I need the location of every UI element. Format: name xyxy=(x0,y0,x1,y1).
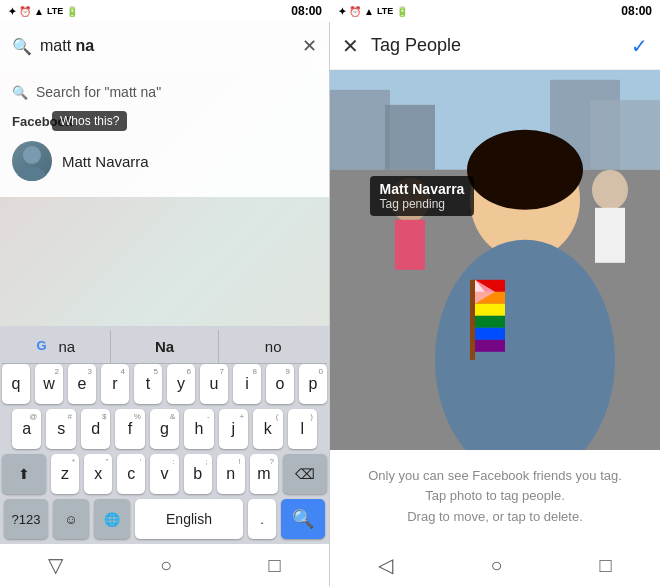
nav-bar-left: ▽ ○ □ xyxy=(0,544,329,586)
signal-icon-right: ▲ xyxy=(364,6,374,17)
key-y[interactable]: 6y xyxy=(167,364,195,404)
key-t[interactable]: 5t xyxy=(134,364,162,404)
key-w[interactable]: 2w xyxy=(35,364,63,404)
keyboard-row-2: @a #s $d %f &g -h +j (k )l xyxy=(2,409,327,449)
bluetooth-icon-right: ✦ xyxy=(338,6,346,17)
period-label: . xyxy=(260,512,264,527)
status-bar-left: ✦ ⏰ ▲ LTE 🔋 08:00 ✦ ⏰ ▲ LTE 🔋 08:00 xyxy=(0,0,660,22)
key-space[interactable]: English xyxy=(135,499,243,539)
key-k[interactable]: (k xyxy=(253,409,282,449)
globe-icon: 🌐 xyxy=(104,512,120,527)
num-label: ?123 xyxy=(12,512,41,527)
avatar-image xyxy=(12,141,52,181)
autocomplete-item-2[interactable]: Na xyxy=(111,330,220,363)
search-input[interactable]: matt na xyxy=(40,37,294,55)
time-left: 08:00 xyxy=(291,4,322,18)
key-q[interactable]: q xyxy=(2,364,30,404)
key-search[interactable]: 🔍 xyxy=(281,499,325,539)
tag-people-confirm-button[interactable]: ✓ xyxy=(631,34,648,58)
facebook-section: Facebook Matt Navarra xyxy=(12,106,317,189)
key-e[interactable]: 3e xyxy=(68,364,96,404)
key-s[interactable]: #s xyxy=(46,409,75,449)
battery-icon-right: 🔋 xyxy=(396,6,408,17)
autocomplete-text-1: na xyxy=(58,338,75,355)
key-z[interactable]: *z xyxy=(51,454,79,494)
key-u[interactable]: 7u xyxy=(200,364,228,404)
nav-recents-button-right[interactable]: □ xyxy=(599,554,611,577)
search-results-area: 🔍 Search for "matt na" Facebook xyxy=(0,70,329,197)
nav-home-button-left[interactable]: ○ xyxy=(160,554,172,577)
search-key-icon: 🔍 xyxy=(292,508,314,530)
key-l[interactable]: )l xyxy=(288,409,317,449)
nav-bar-right: ◁ ○ □ xyxy=(330,544,660,586)
search-query-plain: matt xyxy=(40,37,76,54)
svg-rect-15 xyxy=(475,316,505,328)
key-backspace[interactable]: ⌫ xyxy=(283,454,327,494)
search-close-button[interactable]: ✕ xyxy=(302,35,317,57)
svg-rect-6 xyxy=(590,100,660,170)
photo-background: Matt Navarra Tag pending xyxy=(330,70,660,450)
key-m[interactable]: ?m xyxy=(250,454,278,494)
battery-icon-left: 🔋 xyxy=(66,6,78,17)
search-for-label: Search for "matt na" xyxy=(36,84,161,100)
tag-tooltip[interactable]: Matt Navarra Tag pending xyxy=(370,176,475,216)
svg-rect-14 xyxy=(475,304,505,316)
time-right: 08:00 xyxy=(621,4,652,18)
key-a[interactable]: @a xyxy=(12,409,41,449)
key-emoji[interactable]: ☺ xyxy=(53,499,89,539)
svg-rect-11 xyxy=(470,280,475,360)
key-period[interactable]: . xyxy=(248,499,276,539)
search-bar[interactable]: 🔍 matt na ✕ xyxy=(0,22,329,70)
result-item-matt-navarra[interactable]: Matt Navarra Whos this? xyxy=(12,137,317,185)
svg-rect-23 xyxy=(595,208,625,263)
key-b[interactable]: ;b xyxy=(184,454,212,494)
svg-rect-21 xyxy=(395,220,425,270)
key-i[interactable]: 8i xyxy=(233,364,261,404)
svg-point-9 xyxy=(467,130,583,210)
whois-tooltip: Whos this? xyxy=(52,111,127,131)
key-globe[interactable]: 🌐 xyxy=(94,499,130,539)
key-c[interactable]: 'c xyxy=(117,454,145,494)
nav-home-button-right[interactable]: ○ xyxy=(490,554,502,577)
keyboard: G na Na no q 2w 3e 4r 5t xyxy=(0,326,329,544)
lte-label-right: LTE xyxy=(377,6,393,16)
tag-info-line3: Drag to move, or tap to delete. xyxy=(350,507,640,528)
key-r[interactable]: 4r xyxy=(101,364,129,404)
svg-rect-17 xyxy=(475,340,505,352)
key-n[interactable]: !n xyxy=(217,454,245,494)
key-num[interactable]: ?123 xyxy=(4,499,48,539)
tag-info-line1: Only you can see Facebook friends you ta… xyxy=(350,466,640,487)
autocomplete-item-1[interactable]: G na xyxy=(2,330,111,363)
key-v[interactable]: :v xyxy=(150,454,178,494)
alarm-icon-left: ⏰ xyxy=(19,6,31,17)
key-j[interactable]: +j xyxy=(219,409,248,449)
key-shift[interactable]: ⬆ xyxy=(2,454,46,494)
key-g[interactable]: &g xyxy=(150,409,179,449)
tag-people-close-button[interactable]: ✕ xyxy=(342,34,359,58)
key-o[interactable]: 9o xyxy=(266,364,294,404)
nav-back-button-right[interactable]: ◁ xyxy=(378,553,393,577)
space-label: English xyxy=(166,511,212,527)
keyboard-bottom-row: ?123 ☺ 🌐 English . 🔍 xyxy=(2,499,327,539)
tag-people-header: ✕ Tag People ✓ xyxy=(330,22,660,70)
key-p[interactable]: 0p xyxy=(299,364,327,404)
tag-info-line2: Tap photo to tag people. xyxy=(350,486,640,507)
tag-info-area: Only you can see Facebook friends you ta… xyxy=(330,450,660,544)
svg-rect-16 xyxy=(475,328,505,340)
key-h[interactable]: -h xyxy=(184,409,213,449)
key-x[interactable]: "x xyxy=(84,454,112,494)
tag-people-title: Tag People xyxy=(371,35,631,56)
nav-recents-button-left[interactable]: □ xyxy=(269,554,281,577)
signal-icon-left: ▲ xyxy=(34,6,44,17)
autocomplete-item-3[interactable]: no xyxy=(219,330,327,363)
nav-back-button-left[interactable]: ▽ xyxy=(48,553,63,577)
autocomplete-text-2: Na xyxy=(155,338,174,355)
key-f[interactable]: %f xyxy=(115,409,144,449)
key-d[interactable]: $d xyxy=(81,409,110,449)
avatar-matt-navarra xyxy=(12,141,52,181)
emoji-icon: ☺ xyxy=(64,512,77,527)
search-for-icon: 🔍 xyxy=(12,85,28,100)
right-panel: ✕ Tag People ✓ xyxy=(330,22,660,586)
search-for-row[interactable]: 🔍 Search for "matt na" xyxy=(12,78,317,106)
photo-area[interactable]: Matt Navarra Tag pending xyxy=(330,70,660,450)
